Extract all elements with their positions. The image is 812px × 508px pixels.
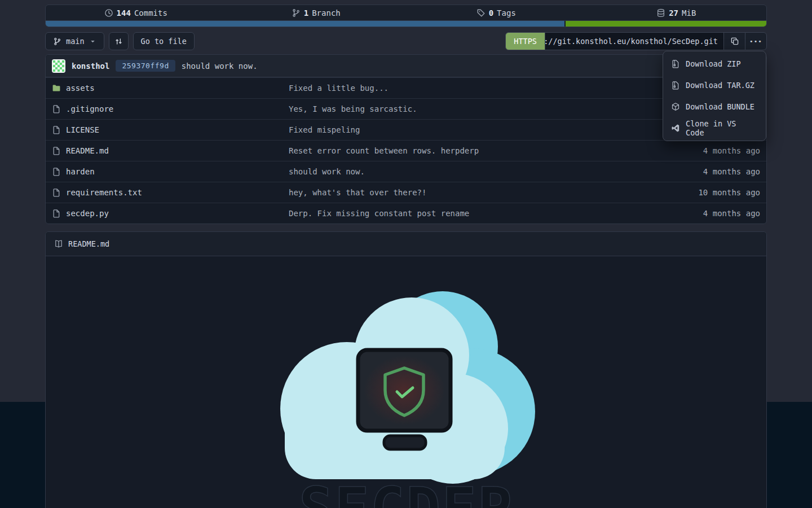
- protocol-https-button[interactable]: HTTPS: [505, 32, 545, 50]
- tags-count: 0: [489, 8, 493, 17]
- commit-message[interactable]: should work now.: [182, 62, 258, 71]
- copy-icon: [730, 37, 739, 46]
- repo-toolbar: main Go to file HTTPS https://git.konsth…: [45, 32, 767, 50]
- menu-item-download-zip[interactable]: Download ZIP: [663, 53, 766, 75]
- compare-icon: [114, 37, 123, 46]
- readme-body: SECDEP: [46, 256, 766, 508]
- branch-selector[interactable]: main: [45, 32, 104, 50]
- package-icon: [671, 102, 680, 111]
- file-icon: [52, 188, 61, 197]
- menu-item-download-targz[interactable]: Download TAR.GZ: [663, 75, 766, 96]
- file-icon: [52, 104, 61, 113]
- file-row-assets[interactable]: assets Fixed a little bug...: [46, 77, 766, 98]
- copy-url-button[interactable]: [723, 32, 745, 50]
- branch-icon: [292, 8, 301, 17]
- stat-branches[interactable]: 1 Branch: [226, 8, 407, 17]
- file-row-license[interactable]: LICENSE Fixed mispeling: [46, 119, 766, 140]
- readme-title: README.md: [68, 239, 109, 248]
- file-icon: [52, 125, 61, 134]
- database-icon: [656, 8, 665, 17]
- file-icon: [52, 209, 61, 218]
- language-segment-secondary[interactable]: [564, 21, 766, 27]
- zip-file-icon: [671, 59, 680, 68]
- branches-label: Branch: [312, 8, 341, 17]
- size-label: MiB: [682, 8, 696, 17]
- book-icon: [54, 239, 63, 248]
- clone-url-input[interactable]: https://git.konsthol.eu/konsthol/SecDep.…: [545, 32, 724, 50]
- menu-item-download-bundle[interactable]: Download BUNDLE: [663, 96, 766, 117]
- zip-file-icon: [671, 81, 680, 90]
- repo-stats-panel: 144 Commits 1 Branch 0 Tags 27 MiB: [45, 5, 767, 27]
- stat-tags[interactable]: 0 Tags: [406, 8, 586, 17]
- branch-icon: [53, 37, 61, 46]
- ellipsis-icon: •••: [749, 38, 762, 45]
- chevron-down-icon: [89, 38, 96, 45]
- file-row-requirements[interactable]: requirements.txt hey, what's that over t…: [46, 182, 766, 203]
- size-count: 27: [669, 8, 678, 17]
- tags-label: Tags: [497, 8, 516, 17]
- file-list-panel: konsthol 259370ff9d should work now. ass…: [45, 54, 767, 224]
- language-bar[interactable]: [46, 20, 766, 27]
- download-menu: Download ZIP Download TAR.GZ Download BU…: [663, 51, 766, 141]
- commit-sha-badge[interactable]: 259370ff9d: [116, 60, 175, 72]
- vscode-icon: [671, 124, 680, 133]
- more-options-button[interactable]: •••: [745, 32, 767, 50]
- avatar[interactable]: [52, 59, 65, 73]
- project-logo: SECDEP: [273, 284, 539, 508]
- file-icon: [52, 146, 61, 155]
- logo-wordmark: SECDEP: [299, 475, 513, 508]
- go-to-file-button[interactable]: Go to file: [133, 32, 195, 50]
- history-icon: [104, 8, 113, 17]
- file-row-harden[interactable]: harden should work now. 4 months ago: [46, 161, 766, 182]
- file-row-readme[interactable]: README.md Reset error count between rows…: [46, 140, 766, 161]
- commits-label: Commits: [134, 8, 167, 17]
- commits-count: 144: [117, 8, 131, 17]
- branch-name: main: [66, 37, 85, 46]
- menu-item-clone-vscode[interactable]: Clone in VS Code: [663, 117, 766, 139]
- stat-commits[interactable]: 144 Commits: [46, 8, 226, 17]
- readme-panel: README.md: [45, 231, 767, 508]
- readme-header[interactable]: README.md: [46, 232, 766, 256]
- branches-count: 1: [304, 8, 308, 17]
- compare-branches-button[interactable]: [109, 32, 129, 50]
- file-row-gitignore[interactable]: .gitignore Yes, I was being sarcastic.: [46, 98, 766, 119]
- latest-commit-row: konsthol 259370ff9d should work now.: [46, 55, 766, 77]
- stat-size[interactable]: 27 MiB: [586, 8, 767, 17]
- file-icon: [52, 167, 61, 176]
- clone-button-group: HTTPS https://git.konsthol.eu/konsthol/S…: [505, 32, 767, 50]
- file-row-secdep[interactable]: secdep.py Derp. Fix missing constant pos…: [46, 203, 766, 224]
- commit-author[interactable]: konsthol: [72, 62, 109, 71]
- folder-icon: [52, 84, 61, 93]
- language-segment-primary[interactable]: [46, 21, 564, 27]
- tag-icon: [476, 8, 486, 17]
